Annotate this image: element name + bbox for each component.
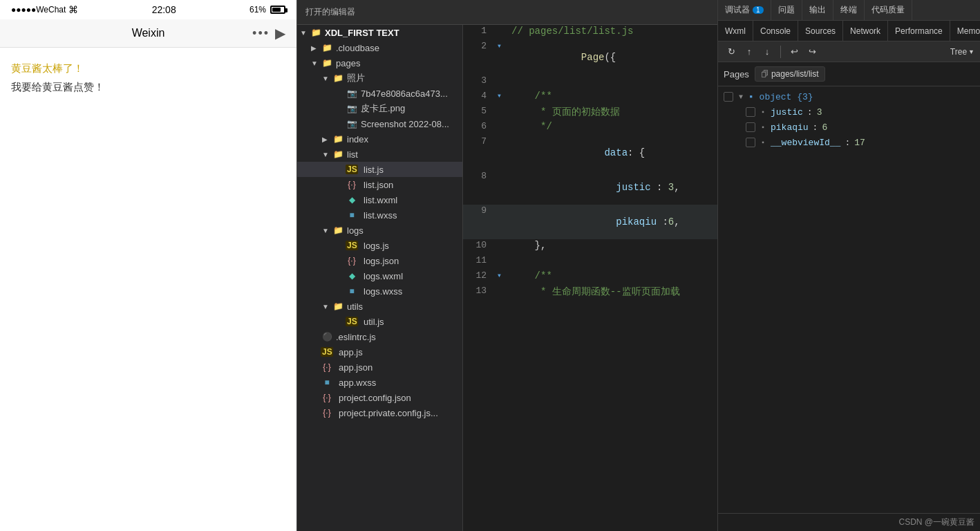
obj-webviewid-expand[interactable]: ▪ (758, 138, 768, 147)
obj-justic-colon: : (807, 107, 813, 118)
obj-justic-expand[interactable]: ▪ (758, 107, 768, 117)
code-line-2: 2 ▼ Page({ (463, 40, 717, 75)
battery-percent: 61% (249, 5, 266, 15)
redo-button[interactable]: ↪ (804, 44, 820, 59)
tab-output[interactable]: 输出 (802, 0, 833, 20)
utiljs-icon: JS (346, 317, 358, 326)
obj-pikaqiu-expand[interactable]: ▪ (758, 122, 768, 132)
code-line-3: 3 (463, 75, 717, 90)
projectprivate-label: project.private.config.js... (339, 408, 438, 418)
obj-webviewid-checkbox[interactable] (746, 138, 755, 147)
tree-dropdown-icon[interactable]: ▼ (968, 48, 974, 55)
file-logswxss[interactable]: ■ logs.wxss (297, 283, 462, 299)
code-line-8: 8 justic : 3, (463, 170, 717, 205)
tab-console[interactable]: 调试器 1 (718, 0, 771, 20)
subtab-performance[interactable]: Performance (888, 21, 950, 41)
obj-webviewid-value: 17 (854, 138, 865, 148)
logs-icon: 📁 (332, 225, 344, 235)
file-listwxss[interactable]: ■ list.wxss (297, 207, 462, 223)
refresh-button[interactable]: ↻ (724, 44, 739, 59)
record-icon[interactable]: ▶ (275, 25, 285, 41)
subtab-console[interactable]: Console (753, 21, 798, 41)
file-listjs[interactable]: JS list.js (297, 162, 462, 177)
file-projectconfig[interactable]: {·} project.config.json (297, 390, 462, 405)
file-index[interactable]: ▶ 📁 index (297, 131, 462, 147)
obj-justic-checkbox[interactable] (746, 107, 755, 117)
project-root[interactable]: ▼ 📁 XDL_FIRST TEXT (297, 25, 462, 40)
file-eslint[interactable]: ⚫ .eslintrc.js (297, 329, 462, 344)
line-content-6: */ (511, 120, 717, 133)
content-line1: 黄豆酱太棒了！ (11, 59, 285, 77)
line-content-8: justic : 3, (511, 170, 717, 205)
appjs-icon: JS (321, 347, 333, 357)
file-listjson[interactable]: {·} list.json (297, 177, 462, 192)
line-content-12: /** (511, 270, 717, 282)
file-photo3[interactable]: 📷 Screenshot 2022-08... (297, 116, 462, 131)
subtab-network[interactable]: Network (843, 21, 888, 41)
more-icon[interactable]: ••• (252, 26, 270, 41)
undo-button[interactable]: ↩ (786, 44, 802, 59)
listwxml-label: list.wxml (364, 195, 397, 205)
file-appjs[interactable]: JS app.js (297, 344, 462, 360)
file-projectprivate[interactable]: {·} project.private.config.js... (297, 405, 462, 420)
photos-label: 照片 (347, 72, 365, 84)
file-logswxml[interactable]: ◆ logs.wxml (297, 268, 462, 283)
tab-console-label: 调试器 (725, 4, 750, 16)
tab-quality[interactable]: 代码质量 (865, 0, 912, 20)
listjs-icon: JS (346, 165, 358, 174)
file-cloudbase[interactable]: ▶ 📁 .cloudbase (297, 40, 462, 55)
appwxss-label: app.wxss (339, 378, 376, 388)
file-pages[interactable]: ▼ 📁 pages (297, 55, 462, 71)
obj-root-label: ▪ object {3} (748, 92, 813, 102)
line-num-13: 13 (463, 285, 498, 296)
file-tree: ▼ 📁 XDL_FIRST TEXT ▶ 📁 .cloudbase ▼ 📁 pa… (297, 25, 463, 531)
file-list[interactable]: ▼ 📁 list (297, 147, 462, 162)
line-content-1: // pages/list/list.js (511, 25, 717, 37)
tab-issues-label: 问题 (778, 4, 795, 16)
debug-pages: Pages 🗍 pages/list/list (718, 62, 980, 86)
phone-content: 黄豆酱太棒了！ 我要给黄豆酱点赞！ (0, 48, 296, 531)
subtab-wxml[interactable]: Wxml (718, 21, 753, 41)
file-logsjs[interactable]: JS logs.js (297, 238, 462, 253)
tree-select[interactable]: Tree ▼ (950, 47, 974, 57)
file-utils[interactable]: ▼ 📁 utils (297, 299, 462, 314)
subtab-sources[interactable]: Sources (798, 21, 843, 41)
tab-issues[interactable]: 问题 (771, 0, 802, 20)
file-logs[interactable]: ▼ 📁 logs (297, 223, 462, 238)
obj-root-checkbox[interactable] (724, 92, 733, 102)
line-content-9: pikaqiu :6, (511, 205, 717, 239)
nav-down-button[interactable]: ↓ (760, 44, 775, 59)
logsjson-label: logs.json (364, 256, 399, 266)
line-num-11: 11 (463, 254, 498, 266)
file-photo1[interactable]: 📷 7b47e8086ac6a473... (297, 86, 462, 101)
line-num-6: 6 (463, 120, 498, 131)
file-utiljs[interactable]: JS util.js (297, 314, 462, 329)
obj-pikaqiu-checkbox[interactable] (746, 122, 755, 132)
obj-root-row[interactable]: ▼ ▪ object {3} (718, 89, 980, 104)
phone-more[interactable]: ••• ▶ (258, 25, 285, 41)
debug-panel: 调试器 1 问题 输出 终端 代码质量 Wxml Console Sources… (717, 0, 980, 531)
listjson-icon: {·} (346, 180, 358, 189)
file-appwxss[interactable]: ■ app.wxss (297, 375, 462, 390)
subtab-memory[interactable]: Memory (950, 21, 980, 41)
listwxss-label: list.wxss (364, 210, 397, 221)
file-logsjson[interactable]: {·} logs.json (297, 253, 462, 268)
nav-up-button[interactable]: ↑ (742, 44, 757, 59)
cloudbase-arrow: ▶ (311, 44, 321, 52)
obj-pikaqiu-row: ▪ pikaqiu : 6 (718, 120, 980, 135)
utils-arrow: ▼ (322, 303, 332, 310)
tab-terminal[interactable]: 终端 (833, 0, 865, 20)
projectconfig-icon: {·} (321, 393, 333, 402)
file-photo2[interactable]: 📷 皮卡丘.png (297, 101, 462, 116)
file-listwxml[interactable]: ◆ list.wxml (297, 192, 462, 207)
logs-label: logs (347, 225, 364, 236)
subtab-memory-label: Memory (957, 26, 980, 36)
code-editor[interactable]: 1 // pages/list/list.js 2 ▼ Page({ 3 (463, 25, 717, 531)
photo3-icon: 📷 (346, 119, 358, 129)
page-item[interactable]: 🗍 pages/list/list (755, 66, 825, 82)
file-appjson[interactable]: {·} app.json (297, 360, 462, 375)
obj-root-expand[interactable]: ▼ (736, 92, 746, 102)
eslint-label: .eslintrc.js (336, 332, 376, 342)
file-photos[interactable]: ▼ 📁 照片 (297, 71, 462, 86)
line-num-7: 7 (463, 136, 498, 147)
